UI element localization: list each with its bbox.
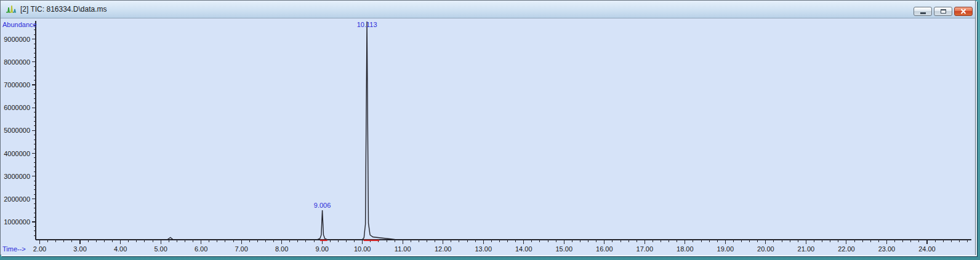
y-tick-label: 2000000 [4,195,30,203]
chromatogram-icon [6,4,17,14]
caption-buttons [914,7,973,16]
y-tick-label: 8000000 [4,58,30,66]
close-icon [960,9,966,14]
minimize-icon [920,12,926,14]
window-titlebar[interactable]: [2] TIC: 816334.D\data.ms [1,1,975,18]
x-tick-label: 8.00 [275,245,288,253]
x-axis-title: Time--> [2,245,26,253]
y-tick-label: 9000000 [4,36,30,43]
x-tick-label: 11.00 [395,245,411,253]
chart-area[interactable]: 1000000200000030000004000000500000060000… [1,18,975,255]
axes [36,21,971,240]
x-tick-label: 5.00 [154,245,167,253]
peak-rt-label: 9.006 [314,202,331,209]
tic-trace [38,22,970,240]
x-tick-label: 20.00 [757,245,774,253]
x-tick-label: 14.00 [515,245,532,253]
x-tick-label: 7.00 [235,245,247,253]
y-axis-title: Abundance [2,21,37,28]
tic-chromatogram[interactable]: 1000000200000030000004000000500000060000… [1,18,975,255]
x-tick-label: 19.00 [717,245,734,253]
x-tick-label: 21.00 [798,245,815,253]
minimize-button[interactable] [914,7,932,16]
x-tick-label: 16.00 [596,245,613,253]
mdi-background: [2] TIC: 816334.D\data.ms 10000002000000… [0,0,980,260]
y-tick-label: 4000000 [4,150,30,157]
close-button[interactable] [954,7,973,16]
x-tick-label: 23.00 [878,245,896,253]
x-tick-label: 24.00 [918,245,936,253]
x-tick-label: 15.00 [556,245,573,253]
y-tick-label: 7000000 [4,81,30,89]
x-tick-label: 6.00 [195,245,207,253]
x-tick-label: 17.00 [637,245,654,253]
x-tick-label: 4.00 [114,245,127,253]
x-tick-label: 3.00 [73,245,86,253]
restore-icon [941,9,946,14]
x-tick-label: 9.00 [315,245,328,253]
x-tick-label: 12.00 [435,245,452,253]
x-tick-label: 22.00 [838,245,855,253]
y-tick-label: 5000000 [4,127,30,134]
window-title: [2] TIC: 816334.D\data.ms [20,5,107,14]
y-tick-label: 6000000 [4,104,30,111]
x-tick-label: 13.00 [475,245,492,253]
y-axis-ticks: 1000000200000030000004000000500000060000… [4,25,36,235]
x-tick-label: 18.00 [677,245,694,253]
x-tick-label: 10.00 [354,245,371,253]
restore-button[interactable] [934,7,952,16]
y-tick-label: 1000000 [4,218,30,226]
chromatogram-window: [2] TIC: 816334.D\data.ms 10000002000000… [0,0,976,255]
peak-rt-label: 10.113 [357,21,377,28]
x-axis-ticks: 2.003.004.005.006.007.008.009.0010.0011.… [33,240,968,253]
x-tick-label: 2.00 [33,245,46,253]
y-tick-label: 3000000 [4,173,30,180]
